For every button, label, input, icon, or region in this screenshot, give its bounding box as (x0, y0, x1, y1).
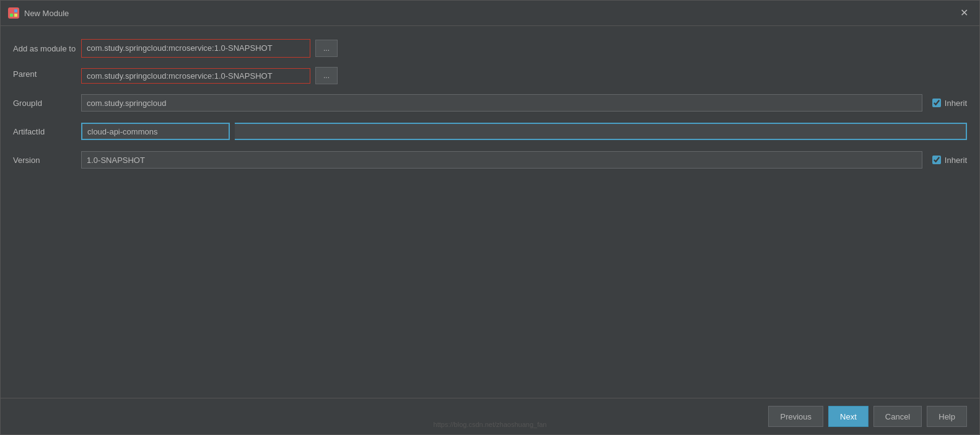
module-icon (8, 7, 19, 19)
parent-box: com.study.springcloud:mcroservice:1.0-SN… (81, 68, 310, 84)
title-bar-left: New Module (8, 7, 69, 19)
parent-label: Parent (13, 67, 81, 79)
add-module-value: com.study.springcloud:mcroservice:1.0-SN… (87, 42, 305, 55)
svg-rect-2 (10, 14, 13, 17)
add-module-field-wrap: com.study.springcloud:mcroservice:1.0-SN… (81, 39, 967, 58)
version-input[interactable] (81, 151, 922, 169)
artifactid-input[interactable] (81, 123, 230, 140)
artifactid-field-wrap (81, 123, 967, 140)
version-inherit-checkbox[interactable] (932, 156, 941, 164)
dialog-content: Add as module to com.study.springcloud:m… (1, 26, 979, 398)
version-inherit-label: Inherit (945, 156, 967, 165)
svg-rect-0 (10, 9, 13, 12)
groupid-label: GroupId (13, 99, 81, 108)
groupid-row: GroupId Inherit (13, 93, 967, 113)
artifactid-label: ArtifactId (13, 127, 81, 136)
help-button[interactable]: Help (927, 406, 967, 427)
parent-value: com.study.springcloud:mcroservice:1.0-SN… (87, 71, 305, 81)
version-label: Version (13, 156, 81, 165)
version-field-wrap: Inherit (81, 151, 967, 169)
groupid-inherit-label: Inherit (945, 99, 967, 108)
groupid-inherit-checkbox[interactable] (932, 99, 941, 107)
new-module-dialog: New Module ✕ Add as module to com.study.… (0, 0, 980, 435)
previous-button[interactable]: Previous (768, 406, 823, 427)
groupid-input[interactable] (81, 94, 922, 112)
cancel-button[interactable]: Cancel (873, 406, 922, 427)
next-button[interactable]: Next (828, 406, 868, 427)
groupid-field-wrap: Inherit (81, 94, 967, 112)
add-module-box: com.study.springcloud:mcroservice:1.0-SN… (81, 39, 310, 58)
parent-field-wrap: com.study.springcloud:mcroservice:1.0-SN… (81, 67, 967, 84)
version-row: Version Inherit (13, 150, 967, 170)
close-button[interactable]: ✕ (956, 7, 972, 19)
artifactid-row: ArtifactId (13, 121, 967, 141)
title-bar: New Module ✕ (1, 1, 979, 26)
dialog-footer: Previous Next Cancel Help (1, 398, 979, 434)
svg-rect-3 (14, 14, 17, 17)
add-module-label: Add as module to (13, 44, 81, 53)
parent-row: Parent com.study.springcloud:mcroservice… (13, 67, 967, 84)
add-module-browse-button[interactable]: ... (315, 40, 338, 57)
version-inherit-wrap: Inherit (932, 156, 967, 165)
parent-browse-button[interactable]: ... (315, 67, 338, 84)
dialog-title: New Module (24, 9, 69, 18)
add-module-row: Add as module to com.study.springcloud:m… (13, 38, 967, 58)
groupid-inherit-wrap: Inherit (932, 99, 967, 108)
svg-rect-1 (14, 9, 17, 12)
